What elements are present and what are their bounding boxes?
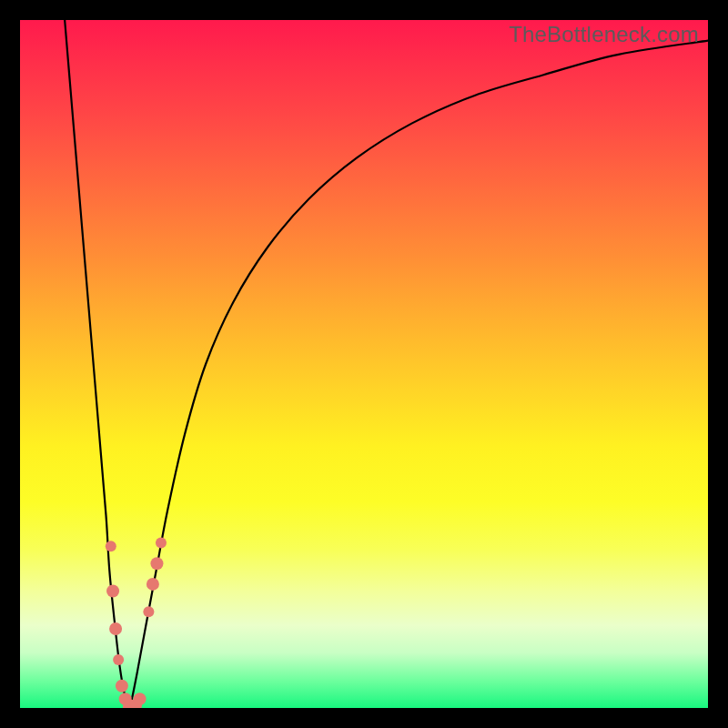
data-marker	[116, 680, 128, 693]
chart-frame: TheBottleneck.com	[0, 0, 728, 728]
data-marker	[147, 578, 159, 591]
curve-layer	[20, 20, 708, 708]
data-marker	[113, 654, 124, 665]
curves-group	[65, 20, 708, 708]
data-marker	[156, 538, 167, 549]
data-marker	[134, 693, 147, 705]
data-marker	[143, 606, 154, 617]
data-marker	[109, 622, 122, 635]
data-marker	[150, 557, 163, 570]
data-marker	[106, 584, 119, 597]
plot-area: TheBottleneck.com	[20, 20, 708, 708]
series-left-branch	[65, 20, 130, 708]
data-marker	[106, 541, 116, 551]
series-right-branch	[130, 41, 708, 708]
